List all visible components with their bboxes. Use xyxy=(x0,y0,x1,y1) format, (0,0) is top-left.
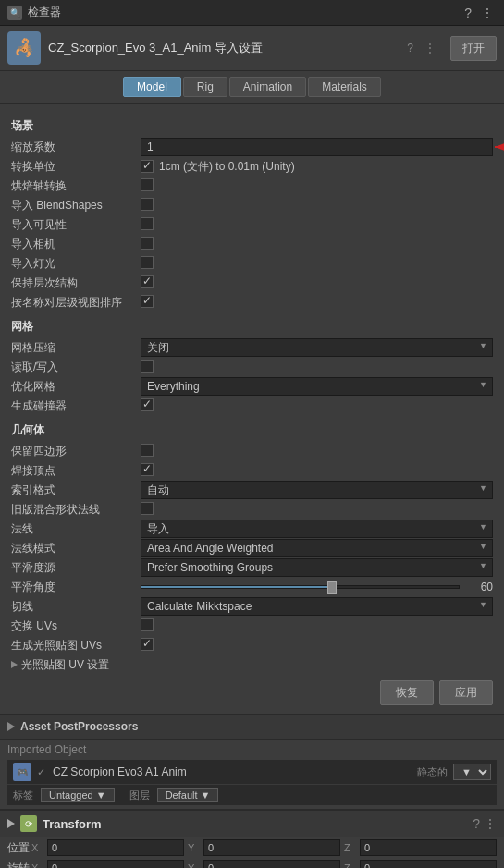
generate-lightmap-row: 生成光照贴图 UVs xyxy=(11,636,493,654)
index-format-dropdown[interactable]: 自动 16位 32位 xyxy=(141,481,493,499)
rz-axis-label: Z xyxy=(344,862,357,868)
transform-rows: 位置 X Y Z 旋转 X Y xyxy=(0,837,504,868)
inspector-menu-icon[interactable]: ⋮ xyxy=(424,42,436,55)
title-bar-actions: ? ⋮ xyxy=(461,6,497,20)
generate-lightmap-checkbox[interactable] xyxy=(141,638,154,651)
transform-header: ⟳ Transform ? ⋮ xyxy=(0,810,504,837)
main-scroll-area: 场景 缩放系数 转换单位 1cm (文件) to 0.01m (Unity) xyxy=(0,104,504,714)
rx-axis-label: X xyxy=(31,862,44,868)
import-visibility-row: 导入可见性 xyxy=(11,215,493,234)
x-axis-label: X xyxy=(31,842,44,853)
menu-icon[interactable]: ⋮ xyxy=(478,6,497,20)
legacy-blend-checkbox[interactable] xyxy=(141,502,154,515)
keep-quads-row: 保留四边形 xyxy=(11,442,493,460)
read-write-label: 读取/写入 xyxy=(11,360,141,375)
title-bar: 🔍 检查器 ? ⋮ xyxy=(0,0,504,26)
action-row: 恢复 应用 xyxy=(11,675,493,711)
apply-button[interactable]: 应用 xyxy=(439,680,493,705)
asset-logo: 🦂 xyxy=(7,31,41,65)
legacy-blend-row: 旧版混合形状法线 xyxy=(11,500,493,519)
inspector-header: 🦂 CZ_Scorpion_Evo 3_A1_Anim 导入设置 ? ⋮ 打开 xyxy=(0,26,504,71)
import-lights-checkbox[interactable] xyxy=(141,256,154,269)
tangents-dropdown[interactable]: Calculate Mikktspace Calculate Legacy Im… xyxy=(141,597,493,616)
transform-label: Transform xyxy=(43,817,467,831)
import-blendshapes-checkbox[interactable] xyxy=(141,198,154,211)
import-cameras-checkbox[interactable] xyxy=(141,237,154,250)
swap-uvs-checkbox[interactable] xyxy=(141,618,154,631)
postprocessors-triangle-icon xyxy=(7,722,15,731)
convert-units-row: 转换单位 1cm (文件) to 0.01m (Unity) xyxy=(11,157,493,176)
static-dropdown[interactable]: ▼ xyxy=(453,764,491,780)
index-format-row: 索引格式 自动 16位 32位 xyxy=(11,481,493,499)
tab-materials[interactable]: Materials xyxy=(308,77,381,97)
transform-menu-icon[interactable]: ⋮ xyxy=(484,816,497,831)
transform-help-icon[interactable]: ? xyxy=(473,816,480,831)
rotation-x-input[interactable] xyxy=(47,860,184,868)
normals-mode-label: 法线模式 xyxy=(11,541,141,556)
position-z-input[interactable] xyxy=(360,839,497,856)
imported-object-label: Imported Object xyxy=(7,743,497,756)
smoothing-angle-label: 平滑角度 xyxy=(11,580,141,595)
layer-dropdown[interactable]: Default ▼ xyxy=(157,788,219,802)
tabs-row: Model Rig Animation Materials xyxy=(0,71,504,104)
tab-rig[interactable]: Rig xyxy=(183,77,227,97)
revert-button[interactable]: 恢复 xyxy=(380,680,434,705)
obj-checkmark: ✓ xyxy=(37,766,45,778)
convert-units-text: 1cm (文件) to 0.01m (Unity) xyxy=(159,159,295,175)
main-content: 场景 缩放系数 转换单位 1cm (文件) to 0.01m (Unity) xyxy=(0,104,504,714)
postprocessors-label: Asset PostProcessors xyxy=(20,720,138,733)
read-write-checkbox[interactable] xyxy=(141,360,154,373)
convert-units-checkbox[interactable] xyxy=(141,160,154,173)
weld-vertices-checkbox[interactable] xyxy=(141,463,154,476)
tag-dropdown[interactable]: Untagged ▼ xyxy=(41,788,115,802)
bake-axis-checkbox[interactable] xyxy=(141,178,154,191)
mesh-compression-row: 网格压缩 关闭 低 中 高 xyxy=(11,338,493,357)
rotation-y-input[interactable] xyxy=(203,860,340,868)
smoothing-angle-row: 平滑角度 60 xyxy=(11,578,493,596)
preserve-hierarchy-label: 保持层次结构 xyxy=(11,275,141,291)
help-icon[interactable]: ? xyxy=(461,6,474,20)
smoothing-angle-slider[interactable] xyxy=(141,585,460,589)
inspector-help-icon[interactable]: ? xyxy=(407,42,413,55)
generate-collider-label: 生成碰撞器 xyxy=(11,398,141,414)
optimize-mesh-row: 优化网格 Everything Nothing Polygons And Ver… xyxy=(11,377,493,396)
tag-layer-row: 标签 Untagged ▼ 图层 Default ▼ xyxy=(7,784,497,805)
scene-section-label: 场景 xyxy=(11,118,493,134)
open-button[interactable]: 打开 xyxy=(450,36,497,61)
sort-by-name-checkbox[interactable] xyxy=(141,295,154,308)
weld-vertices-row: 焊接顶点 xyxy=(11,461,493,480)
position-y-input[interactable] xyxy=(203,839,340,856)
imported-object-section: Imported Object 🎮 ✓ CZ Scorpion Evo3 A1 … xyxy=(0,740,504,810)
rotation-z-input[interactable] xyxy=(360,860,497,868)
tab-animation[interactable]: Animation xyxy=(229,77,306,97)
rotation-x-field: X xyxy=(31,860,184,868)
optimize-mesh-dropdown[interactable]: Everything Nothing Polygons And Vertices xyxy=(141,377,493,396)
import-visibility-label: 导入可见性 xyxy=(11,217,141,233)
legacy-blend-label: 旧版混合形状法线 xyxy=(11,502,141,518)
normals-mode-row: 法线模式 Area And Angle Weighted Unweighted … xyxy=(11,539,493,557)
rotation-row: 旋转 X Y Z xyxy=(7,859,497,868)
convert-units-label: 转换单位 xyxy=(11,159,141,175)
preserve-hierarchy-checkbox[interactable] xyxy=(141,275,154,288)
mesh-section-label: 网格 xyxy=(11,319,493,335)
transform-triangle-icon[interactable] xyxy=(7,819,15,828)
smoothness-src-dropdown[interactable]: Prefer Smoothing Groups From Smoothing G… xyxy=(141,558,493,577)
tangents-row: 切线 Calculate Mikktspace Calculate Legacy… xyxy=(11,597,493,616)
scale-factor-input[interactable] xyxy=(141,138,493,156)
title-bar-text: 检查器 xyxy=(28,5,461,20)
normals-dropdown[interactable]: 导入 计算 无 xyxy=(141,520,493,538)
import-visibility-checkbox[interactable] xyxy=(141,217,154,230)
static-label: 静态的 xyxy=(417,765,448,779)
tab-model[interactable]: Model xyxy=(123,77,181,97)
keep-quads-checkbox[interactable] xyxy=(141,444,154,457)
mesh-compression-dropdown[interactable]: 关闭 低 中 高 xyxy=(141,338,493,357)
position-x-input[interactable] xyxy=(47,839,184,856)
transform-icon: ⟳ xyxy=(20,815,37,832)
asset-postprocessors-section[interactable]: Asset PostProcessors xyxy=(0,714,504,740)
index-format-label: 索引格式 xyxy=(11,483,141,498)
rotation-y-field: Y xyxy=(188,860,340,868)
import-cameras-label: 导入相机 xyxy=(11,237,141,252)
generate-collider-checkbox[interactable] xyxy=(141,398,154,411)
normals-mode-dropdown[interactable]: Area And Angle Weighted Unweighted Angle… xyxy=(141,539,493,557)
lightmap-settings-triangle[interactable] xyxy=(11,661,18,668)
